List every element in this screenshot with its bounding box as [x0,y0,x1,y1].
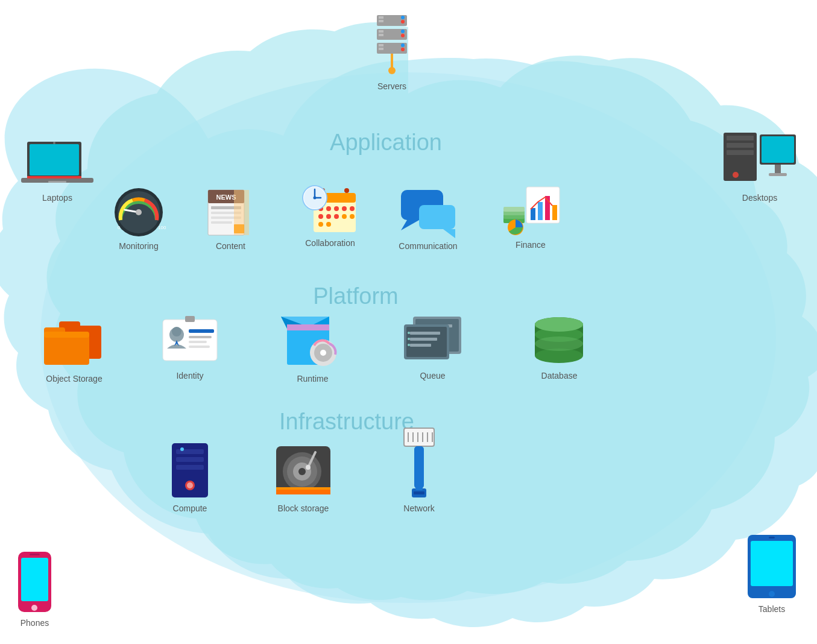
svg-point-66 [326,214,331,219]
collaboration-item: Collaboration [301,181,359,248]
tablets-item: Tablets [745,532,799,614]
svg-point-5 [401,20,405,24]
identity-icon [160,314,220,368]
svg-point-124 [408,338,410,340]
desktops-icon [721,130,799,190]
desktops-label: Desktops [742,193,777,203]
runtime-item: Runtime [281,308,344,384]
svg-text:NEWS: NEWS [216,194,236,201]
svg-point-76 [314,197,317,200]
svg-rect-120 [410,332,440,335]
svg-point-28 [733,172,739,178]
queue-item: Queue [401,314,464,380]
svg-rect-36 [30,554,40,555]
svg-rect-13 [379,48,383,50]
svg-point-68 [342,214,347,219]
svg-rect-100 [189,329,214,333]
database-item: Database [531,314,588,380]
svg-rect-3 [379,20,383,22]
svg-point-130 [535,336,583,351]
svg-rect-30 [762,136,794,163]
svg-rect-132 [535,324,583,327]
svg-rect-2 [379,16,383,19]
svg-rect-32 [769,173,787,176]
svg-text:0: 0 [118,225,121,230]
communication-label: Communication [399,241,457,251]
desktops-item: Desktops [721,130,799,203]
svg-rect-53 [211,221,232,224]
svg-rect-119 [406,327,447,357]
platform-title: Platform [265,283,446,309]
svg-rect-158 [414,491,424,494]
runtime-icon [281,308,344,371]
svg-point-35 [31,605,37,611]
object-storage-icon [41,317,107,371]
svg-rect-84 [503,207,525,212]
servers-item: Servers [368,12,416,91]
svg-rect-121 [410,338,437,341]
svg-rect-96 [163,320,217,361]
svg-point-44 [136,209,142,215]
collaboration-icon [301,181,359,235]
database-label: Database [541,371,578,380]
svg-point-139 [180,447,184,451]
svg-point-62 [334,206,339,211]
network-label: Network [403,504,434,513]
svg-point-99 [172,327,181,336]
svg-rect-103 [189,346,210,348]
block-storage-icon [273,440,333,500]
svg-marker-78 [401,220,419,230]
svg-point-63 [342,206,347,211]
block-storage-item: Block storage [273,440,333,513]
svg-rect-97 [185,316,195,322]
svg-point-39 [769,591,775,597]
svg-rect-122 [410,344,431,347]
runtime-label: Runtime [297,374,328,384]
servers-icon [368,12,416,78]
svg-rect-156 [414,446,424,488]
svg-rect-8 [379,34,383,36]
svg-rect-31 [775,165,781,174]
svg-point-69 [350,214,355,219]
laptops-label: Laptops [42,193,72,203]
svg-rect-79 [419,205,455,229]
svg-point-10 [401,34,405,37]
monitoring-label: Monitoring [119,241,158,251]
block-storage-label: Block storage [278,504,329,513]
svg-rect-55 [234,224,244,233]
monitoring-item: 0 100 Monitoring [112,187,166,251]
svg-rect-22 [48,181,66,183]
compute-icon [163,440,217,500]
svg-rect-12 [379,44,383,46]
svg-rect-7 [379,30,383,33]
queue-icon [401,314,464,368]
svg-rect-146 [276,487,330,490]
svg-rect-38 [751,541,793,586]
database-icon [531,314,588,368]
svg-rect-86 [531,208,535,220]
laptops-icon [21,139,93,190]
svg-rect-25 [727,136,754,140]
tablets-label: Tablets [759,604,785,614]
svg-rect-34 [21,558,48,601]
svg-rect-102 [189,341,207,343]
content-item: NEWS Content [205,187,256,251]
identity-item: Identity [160,314,220,380]
svg-rect-109 [287,324,329,330]
svg-point-144 [298,468,306,475]
object-storage-label: Object Storage [46,374,102,384]
svg-point-15 [401,48,405,51]
svg-rect-87 [538,202,543,220]
identity-label: Identity [176,371,203,380]
queue-label: Queue [420,371,445,380]
communication-item: Communication [398,187,458,251]
svg-rect-23 [27,176,81,178]
network-item: Network [395,425,443,513]
svg-point-59 [344,188,349,193]
compute-item: Compute [163,440,217,513]
compute-label: Compute [173,504,207,513]
svg-point-61 [326,206,331,211]
svg-rect-40 [769,537,775,538]
svg-rect-136 [176,465,204,470]
svg-rect-101 [189,336,212,338]
